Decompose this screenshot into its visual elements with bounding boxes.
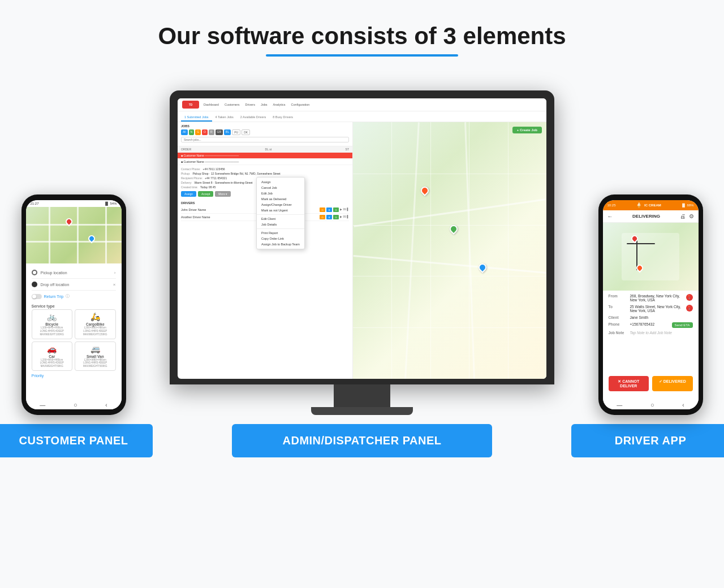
ctx-cancel[interactable]: Cancel Job (257, 185, 304, 191)
to-map-icon[interactable]: 📍 (686, 305, 693, 312)
bicycle-dims: L100×W45×H90cmLONG:4HRS:4DEEPMAXWEIGHT:1… (35, 326, 70, 336)
service-cargobike[interactable]: 🛵 CargoBike L200×W60×H90cmLONG:4HRS:4DEE… (75, 309, 116, 339)
nav-configuration[interactable]: Configuration (291, 103, 310, 106)
dropoff-icon (32, 282, 37, 287)
filter-n[interactable]: N (189, 129, 195, 135)
nav-analytics[interactable]: Analytics (273, 103, 286, 106)
ctx-edit[interactable]: Edit Job (257, 191, 304, 196)
recipient-label: Recipient Phone: (181, 176, 202, 180)
driver-phone-frame: 10:25 🍦 IC CREAM ▐▌ 68% ← DELIVERING 🖨 ⚙ (598, 194, 703, 415)
nav-drivers[interactable]: Drivers (245, 103, 255, 106)
filter-pu[interactable]: PU (232, 129, 240, 135)
admin-map: + Create Job (353, 122, 546, 379)
job-search-input[interactable] (181, 137, 349, 142)
detail-contact: Contact Phone: +44 7911 123456 (181, 167, 349, 171)
filter-bl[interactable]: BL (224, 129, 231, 135)
admin-content: JOBS All N G O R GR BL PU (178, 122, 546, 379)
ctx-job-details[interactable]: Job Details (257, 222, 304, 227)
tab-taken[interactable]: 4 Taken Jobs (212, 114, 237, 122)
delivery-info: From 268, Broadway, New York City, New Y… (603, 291, 699, 341)
return-trip-toggle[interactable] (32, 294, 42, 299)
driver-battery: ▐▌ 68% (681, 204, 693, 207)
service-bicycle[interactable]: 🚲 Bicycle L100×W45×H90cmLONG:4HRS:4DEEPM… (32, 309, 73, 339)
to-row: To 25 Watts Street, New York City, New Y… (609, 305, 693, 313)
main-title: Our software consists of 3 elements (158, 23, 566, 50)
admin-left-panel: JOBS All N G O R GR BL PU (178, 122, 353, 379)
filter-g[interactable]: G (195, 129, 201, 135)
car-icon: 🚗 (35, 344, 70, 353)
job-note-value[interactable]: Tap Note to Add Job Note (630, 331, 672, 335)
filter-r[interactable]: R (209, 129, 214, 135)
smallvan-icon: 🚐 (77, 344, 113, 353)
cannot-deliver-btn[interactable]: ✕ CANNOT DELIVER (609, 376, 649, 391)
recipient-value: +44 7711 654321 (205, 176, 227, 180)
nav-dashboard[interactable]: Dashboard (204, 103, 219, 106)
job-id-2: ■ Customer Name ———————————— (181, 160, 239, 163)
ctx-print[interactable]: Print Report (257, 230, 304, 236)
service-type-heading: Service type (32, 302, 116, 309)
admin-panel-label: ADMIN/DISPATCHER PANEL (232, 424, 492, 457)
service-smallvan[interactable]: 🚐 Small Van L200×W90×H90cmLONG:4HRS:4DEE… (75, 341, 116, 371)
ctx-change-driver[interactable]: Assign/Change Driver (257, 202, 304, 207)
dropoff-field[interactable]: Drop off location × (32, 279, 116, 291)
ctx-backup[interactable]: Assign Job to Backup Team (257, 241, 304, 247)
driver-bottom-back[interactable]: ‹ (682, 402, 684, 408)
filter-dk[interactable]: DK (242, 129, 250, 135)
back-button[interactable]: ← (607, 213, 613, 219)
ctx-copy-link[interactable]: Copy Order Link (257, 236, 304, 241)
pickup-clear[interactable]: › (114, 270, 116, 275)
cargobike-name: CargoBike (77, 322, 113, 326)
delivering-header: ← DELIVERING 🖨 ⚙ (603, 210, 699, 223)
create-job-button[interactable]: + Create Job (512, 127, 542, 133)
filter-all[interactable]: All (181, 129, 188, 135)
job-row-2[interactable]: ■ Customer Name ———————————— (178, 159, 352, 165)
tab-available[interactable]: 2 Available Drivers (237, 114, 269, 122)
settings-icon[interactable]: ⚙ (689, 213, 694, 219)
from-value: 268, Broadway, New York City, New York, … (630, 294, 683, 302)
dropoff-clear[interactable]: × (113, 282, 116, 287)
car-dims: L150×W50×H80cmLONG:4HRS:4DEEPMAXWEIGHT:5… (35, 358, 70, 369)
ctx-mark-delivered[interactable]: Mark as Delivered (257, 196, 304, 202)
assign-btn[interactable]: Assign (181, 191, 196, 197)
more-btn[interactable]: More ▾ (215, 191, 231, 197)
return-trip-info: ⓘ (66, 293, 70, 299)
ctx-assign[interactable]: Assign (257, 179, 304, 185)
pickup-label: Pickup location (41, 271, 111, 275)
note-label: Job Note (609, 331, 627, 335)
tab-busy[interactable]: 8 Busy Drivers (269, 114, 296, 122)
note-row: Job Note Tap Note to Add Job Note (609, 331, 693, 335)
from-map-icon[interactable]: 📍 (686, 294, 693, 301)
monitor-stand (334, 384, 390, 407)
col-dl: DL st (265, 148, 272, 151)
ic-cream-label: IC CREAM (644, 204, 661, 207)
delivering-title: DELIVERING (632, 214, 660, 219)
admin-nav: Dashboard Customers Drivers Jobs Analyti… (204, 103, 309, 106)
jobs-label: JOBS (181, 124, 349, 128)
job-detail-section: Contact Phone: +44 7911 123456 Pickup: P… (178, 165, 352, 199)
accept-btn[interactable]: Accept (198, 191, 213, 197)
print-icon[interactable]: 🖨 (680, 213, 686, 219)
delivered-btn[interactable]: ✓ DELIVERED (652, 376, 693, 391)
bottom-home[interactable]: ○ (74, 401, 77, 408)
driver-phone-screen: 10:25 🍦 IC CREAM ▐▌ 68% ← DELIVERING 🖨 ⚙ (603, 200, 699, 409)
ctx-edit-client[interactable]: Edit Client (257, 216, 304, 222)
pickup-field[interactable]: Pickup location › (32, 267, 116, 279)
job-row-active[interactable]: ■ Customer Name ———————————— (178, 153, 352, 159)
filter-gr[interactable]: GR (216, 129, 223, 135)
filter-o[interactable]: O (202, 129, 208, 135)
ctx-not-urgent[interactable]: Mark as not Urgent (257, 207, 304, 213)
bottom-back[interactable]: ‹ (105, 402, 107, 408)
send-eta-btn[interactable]: Send ETA (672, 322, 693, 328)
nav-jobs[interactable]: Jobs (261, 103, 268, 106)
driver-badges-1: O B G ▶ 99 ▌ (320, 207, 349, 212)
driver-bottom-home[interactable]: ○ (650, 401, 654, 408)
nav-customers[interactable]: Customers (225, 103, 240, 106)
driver-bottom-hamburger[interactable]: — (617, 402, 622, 408)
created-label: Created time: (181, 185, 198, 189)
tab-submitted[interactable]: 1 Submitted Jobs (181, 114, 212, 122)
service-car[interactable]: 🚗 Car L150×W50×H80cmLONG:4HRS:4DEEPMAXWE… (32, 341, 73, 371)
priority-label: Priority (32, 371, 116, 379)
bottom-hamburger[interactable]: — (40, 402, 45, 408)
ctx-divider-2 (257, 228, 304, 229)
smallvan-name: Small Van (77, 354, 113, 358)
